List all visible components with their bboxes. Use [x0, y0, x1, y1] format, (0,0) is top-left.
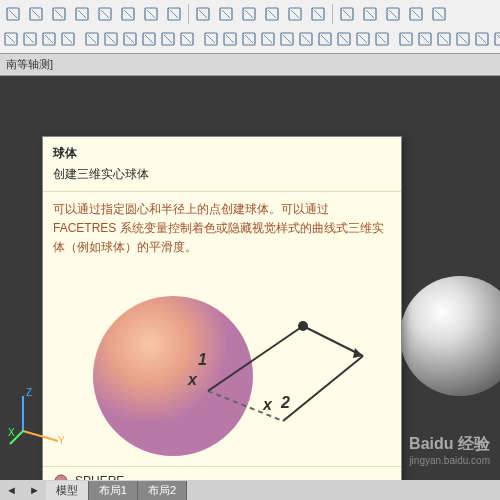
cube-wire-button[interactable] [261, 3, 283, 25]
tab-model[interactable]: 模型 [46, 481, 89, 500]
svg-line-53 [145, 35, 153, 43]
box-wire-button[interactable] [25, 3, 47, 25]
polar-button[interactable] [221, 28, 239, 50]
poly-button[interactable] [2, 28, 20, 50]
spiral-button[interactable] [40, 28, 58, 50]
svg-line-3 [32, 10, 40, 18]
drawing-canvas[interactable]: 球体 创建三维实心球体 可以通过指定圆心和半径上的点创建球体。可以通过 FACE… [0, 76, 500, 491]
rendered-sphere-object[interactable] [400, 276, 500, 396]
lwt-button[interactable] [316, 28, 334, 50]
svg-text:Y: Y [58, 435, 65, 446]
cylinder-button[interactable] [71, 3, 93, 25]
torus-button[interactable] [140, 3, 162, 25]
svg-line-21 [245, 10, 253, 18]
toolbar-row-1 [2, 2, 498, 26]
tab-layout1[interactable]: 布局1 [89, 481, 138, 500]
svg-line-23 [268, 10, 276, 18]
tooltip-illustration: 1 x x 2 [43, 266, 401, 466]
ucs-axis-icon: Z Y X [8, 386, 68, 446]
mesh-button[interactable] [21, 28, 39, 50]
svg-line-79 [402, 35, 410, 43]
svg-line-108 [23, 431, 58, 441]
sphere-button[interactable] [117, 3, 139, 25]
svg-line-57 [183, 35, 191, 43]
svg-line-73 [340, 35, 348, 43]
svg-line-43 [45, 35, 53, 43]
layers-button[interactable] [140, 28, 158, 50]
sweep-button[interactable] [435, 28, 453, 50]
svg-line-77 [378, 35, 386, 43]
watermark: Baidu 经验 jingyan.baidu.com [409, 434, 490, 466]
svg-line-29 [343, 10, 351, 18]
svg-rect-88 [495, 33, 500, 45]
svg-line-85 [459, 35, 467, 43]
tab-layout2[interactable]: 布局2 [138, 481, 187, 500]
cone-button[interactable] [94, 3, 116, 25]
cube-shade2-button[interactable] [307, 3, 329, 25]
dyn-button[interactable] [297, 28, 315, 50]
svg-line-31 [366, 10, 374, 18]
cube-button[interactable] [238, 3, 260, 25]
dim-diameter-button[interactable] [428, 3, 450, 25]
ducs-button[interactable] [278, 28, 296, 50]
ortho-button[interactable] [202, 28, 220, 50]
svg-line-55 [164, 35, 172, 43]
watermark-url: jingyan.baidu.com [409, 455, 490, 466]
svg-line-75 [359, 35, 367, 43]
wedge-button[interactable] [48, 3, 70, 25]
svg-line-1 [9, 10, 17, 18]
zoom-button[interactable] [102, 28, 120, 50]
tpy-button[interactable] [335, 28, 353, 50]
loft-button[interactable] [454, 28, 472, 50]
svg-line-45 [64, 35, 72, 43]
tooltip-subtitle: 创建三维实心球体 [43, 164, 401, 191]
diagram-label-x1: x [188, 371, 197, 389]
main-toolbar [0, 0, 500, 54]
extrude-button[interactable] [416, 28, 434, 50]
tooltip-title: 球体 [43, 137, 401, 164]
svg-line-15 [170, 10, 178, 18]
svg-line-63 [245, 35, 253, 43]
dim-linear-button[interactable] [336, 3, 358, 25]
help-button[interactable] [121, 28, 139, 50]
torus-solid-button[interactable] [373, 28, 391, 50]
revolve-button[interactable] [397, 28, 415, 50]
box-button[interactable] [2, 3, 24, 25]
svg-line-13 [147, 10, 155, 18]
grid-button[interactable] [159, 28, 177, 50]
slice-button[interactable] [492, 28, 500, 50]
toolbar-row-2 [2, 27, 498, 51]
svg-line-41 [26, 35, 34, 43]
sphere-solid-button[interactable] [354, 28, 372, 50]
cube-shade-button[interactable] [284, 3, 306, 25]
svg-line-33 [389, 10, 397, 18]
svg-line-67 [283, 35, 291, 43]
helix-button[interactable] [192, 3, 214, 25]
svg-line-25 [291, 10, 299, 18]
svg-line-7 [78, 10, 86, 18]
svg-line-83 [440, 35, 448, 43]
otrack-button[interactable] [259, 28, 277, 50]
svg-line-69 [302, 35, 310, 43]
dim-radius-button[interactable] [405, 3, 427, 25]
tab-nav-next[interactable]: ► [23, 482, 46, 498]
svg-line-27 [314, 10, 322, 18]
diagram-label-x2: x [263, 396, 272, 414]
dim-angular-button[interactable] [359, 3, 381, 25]
svg-line-17 [199, 10, 207, 18]
osnap-button[interactable] [240, 28, 258, 50]
snap-button[interactable] [178, 28, 196, 50]
diagram-line-3 [283, 356, 363, 421]
svg-text:X: X [8, 427, 15, 438]
donut-button[interactable] [215, 3, 237, 25]
diagram-line-2 [303, 326, 363, 356]
orbit-button[interactable] [83, 28, 101, 50]
section-button[interactable] [473, 28, 491, 50]
tab-nav-prev[interactable]: ◄ [0, 482, 23, 498]
watermark-brand: Baidu 经验 [409, 434, 490, 455]
svg-line-71 [321, 35, 329, 43]
pyramid-button[interactable] [163, 3, 185, 25]
svg-line-9 [101, 10, 109, 18]
pan-button[interactable] [59, 28, 77, 50]
arc-button[interactable] [382, 3, 404, 25]
